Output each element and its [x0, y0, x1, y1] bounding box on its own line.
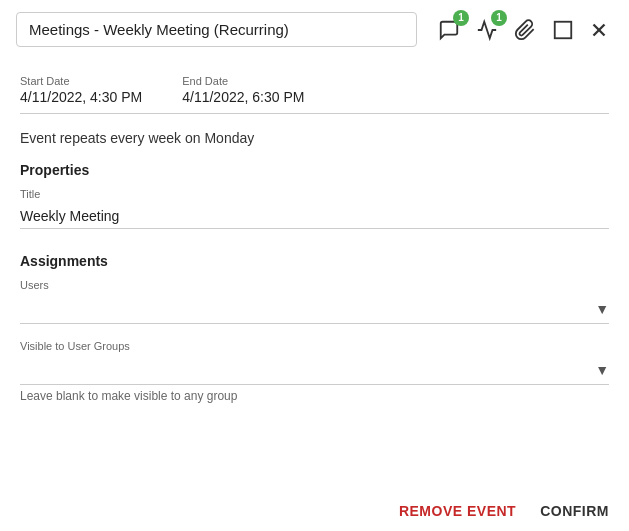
- end-date-label: End Date: [182, 75, 304, 87]
- svg-rect-0: [555, 21, 572, 38]
- recurrence-text: Event repeats every week on Monday: [20, 130, 609, 146]
- assignments-section-title: Assignments: [20, 253, 609, 269]
- confirm-button[interactable]: CONFIRM: [540, 503, 609, 519]
- dialog-footer: REMOVE EVENT CONFIRM: [0, 491, 629, 531]
- header-icons: 1 1: [433, 14, 613, 46]
- start-date-field: Start Date 4/11/2022, 4:30 PM: [20, 75, 142, 105]
- end-date-field: End Date 4/11/2022, 6:30 PM: [182, 75, 304, 105]
- close-button[interactable]: [585, 16, 613, 44]
- chat-badge: 1: [453, 10, 469, 26]
- groups-label: Visible to User Groups: [20, 340, 609, 352]
- dialog-title: Meetings - Weekly Meeting (Recurring): [16, 12, 417, 47]
- end-date-value: 4/11/2022, 6:30 PM: [182, 89, 304, 105]
- users-dropdown-row[interactable]: ▼: [20, 295, 609, 324]
- dialog-body: Start Date 4/11/2022, 4:30 PM End Date 4…: [0, 59, 629, 491]
- users-value: [20, 299, 595, 319]
- chat-button[interactable]: 1: [433, 14, 465, 46]
- maximize-button[interactable]: [547, 14, 579, 46]
- title-label: Title: [20, 188, 609, 200]
- groups-hint: Leave blank to make visible to any group: [20, 389, 609, 403]
- analytics-badge: 1: [491, 10, 507, 26]
- start-date-label: Start Date: [20, 75, 142, 87]
- analytics-button[interactable]: 1: [471, 14, 503, 46]
- groups-value: [20, 360, 595, 380]
- dialog: Meetings - Weekly Meeting (Recurring) 1 …: [0, 0, 629, 531]
- groups-dropdown-arrow[interactable]: ▼: [595, 362, 609, 378]
- properties-section-title: Properties: [20, 162, 609, 178]
- dates-row: Start Date 4/11/2022, 4:30 PM End Date 4…: [20, 75, 609, 114]
- remove-event-button[interactable]: REMOVE EVENT: [399, 503, 516, 519]
- groups-dropdown: Visible to User Groups ▼ Leave blank to …: [20, 340, 609, 403]
- users-label: Users: [20, 279, 609, 291]
- assignments-section: Assignments Users ▼ Visible to User Grou…: [20, 253, 609, 419]
- dialog-header: Meetings - Weekly Meeting (Recurring) 1 …: [0, 0, 629, 59]
- title-input[interactable]: [20, 204, 609, 229]
- users-dropdown-arrow[interactable]: ▼: [595, 301, 609, 317]
- attachment-button[interactable]: [509, 14, 541, 46]
- groups-dropdown-row[interactable]: ▼: [20, 356, 609, 385]
- properties-section: Properties Title: [20, 162, 609, 229]
- users-dropdown: Users ▼: [20, 279, 609, 324]
- start-date-value: 4/11/2022, 4:30 PM: [20, 89, 142, 105]
